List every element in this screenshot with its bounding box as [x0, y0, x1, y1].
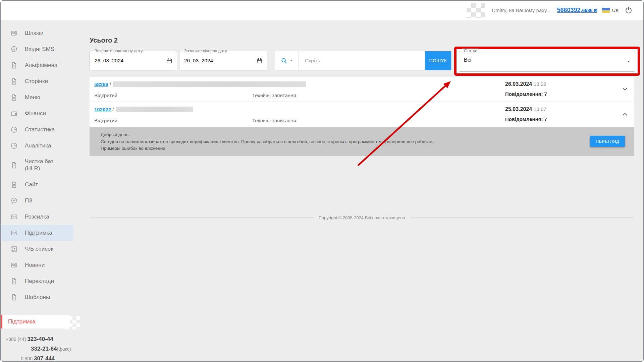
start-date-field[interactable]: Зазначте початкову дату 26. 03. 2024: [90, 51, 177, 70]
sidebar-item-site[interactable]: Сайт: [1, 177, 73, 193]
ticket-category: Технічні запитання: [252, 93, 296, 98]
search-input[interactable]: [299, 51, 425, 70]
start-date-label: Зазначте початкову дату: [93, 49, 144, 54]
end-date-field[interactable]: Зазначте кінцеву дату 26. 03. 2024: [179, 51, 267, 70]
sidebar-item-incoming-sms[interactable]: Вхідні SMS: [1, 41, 73, 57]
sidebar-item-alphanames[interactable]: Альфаімена: [1, 57, 73, 73]
support-phones: +380 (44) 323-40-44 332-21-64(факс) 0 80…: [1, 336, 73, 362]
sidebar-item-software[interactable]: ПЗ: [1, 193, 73, 209]
ticket-list: 58266 / Відкритий Технічні запитання 26.…: [90, 77, 634, 156]
newspaper-icon: [10, 261, 18, 269]
sidebar-item-finance[interactable]: Фінанси: [1, 106, 73, 122]
language-switcher[interactable]: UK: [602, 8, 619, 13]
ticket-meta: 25.03.202413:07 Повідомлення: 7: [505, 106, 547, 122]
app-window: Dmitry, на Вашому раху… 5660392,6686 ₴ U…: [0, 0, 644, 362]
logout-button[interactable]: [624, 6, 633, 15]
power-icon: [624, 6, 633, 15]
status-select[interactable]: Статус Всі: [459, 51, 635, 72]
redacted-subject: [113, 81, 306, 87]
sidebar: Шлюзи Вхідні SMS Альфаімена Сторінки Мен…: [1, 20, 73, 361]
ticket-time: 13:22: [534, 81, 546, 87]
message-download-icon: [10, 45, 18, 53]
ticket-time: 13:07: [534, 106, 546, 112]
document-icon: [10, 61, 18, 69]
newspaper-icon: [10, 29, 18, 37]
footer: Copyright © 2008-2024 Всі права захищено: [90, 215, 634, 220]
ticket-status: Відкритий: [94, 118, 117, 123]
calendar-icon[interactable]: [166, 57, 173, 64]
copyright-text: Copyright © 2008-2024 Всі права захищено: [314, 215, 410, 220]
chevron-down-icon: [621, 85, 629, 93]
envelope-icon: [10, 213, 18, 221]
ticket-message-count: Повідомлення: 7: [505, 91, 547, 97]
ticket-row[interactable]: 102022 / Відкритий Технічні запитання 25…: [90, 102, 634, 127]
ticket-meta: 26.03.202413:22 Повідомлення: 7: [505, 81, 547, 97]
document-icon: [10, 94, 18, 102]
message-download-icon: [10, 197, 18, 205]
sidebar-item-statistics[interactable]: Статистика: [1, 122, 73, 138]
balance-link[interactable]: 5660392,6686 ₴: [557, 7, 597, 14]
message-text: Добрый день.: [101, 131, 584, 138]
document-icon: [10, 181, 18, 189]
status-select-value: Всі: [459, 51, 635, 63]
pixel-pattern: [467, 3, 485, 18]
sidebar-item-support[interactable]: Підтримка: [1, 225, 73, 241]
sidebar-item-mailing[interactable]: Розсилка: [1, 209, 73, 225]
document-icon: [10, 277, 18, 285]
annotation-highlight-box: Статус Всі: [454, 47, 640, 76]
phone-line: +380 (44) 323-40-44: [1, 336, 73, 343]
contacts-icon: [10, 245, 18, 253]
search-button[interactable]: ПОШУК: [425, 51, 451, 70]
end-date-value: 26. 03. 2024: [179, 51, 267, 70]
sidebar-item-blacklist[interactable]: Ч/Б список: [1, 241, 73, 257]
page-title: Усього 2: [90, 37, 118, 44]
ticket-id-link[interactable]: 58266: [94, 81, 108, 87]
phone-line: 0 800 307-444: [1, 355, 73, 362]
language-label: UK: [612, 8, 619, 13]
calendar-icon[interactable]: [256, 57, 263, 64]
ticket-status: Відкритий: [94, 93, 117, 98]
expand-ticket-button[interactable]: [621, 85, 629, 93]
sidebar-item-pages[interactable]: Сторінки: [1, 73, 73, 89]
search-icon: [280, 57, 288, 64]
sidebar-item-analytics[interactable]: Аналітика: [1, 138, 73, 154]
sidebar-item-hlr[interactable]: Чистка баз (HLR): [1, 154, 73, 177]
ticket-date: 25.03.2024: [505, 106, 532, 112]
ticket-message-panel: Добрый день. Сегодня на наших магазинах …: [90, 127, 634, 156]
ticket-date: 26.03.2024: [505, 81, 532, 87]
ticket-row[interactable]: 58266 / Відкритий Технічні запитання 26.…: [90, 77, 634, 102]
view-button[interactable]: ПЕРЕГЛЯД: [590, 136, 625, 147]
top-bar: Dmitry, на Вашому раху… 5660392,6686 ₴ U…: [1, 1, 643, 20]
ticket-id-link[interactable]: 102022: [94, 107, 111, 112]
sidebar-item-translations[interactable]: Переклади: [1, 273, 73, 289]
support-section-badge: Підтримка: [1, 315, 70, 328]
ukraine-flag-icon: [602, 8, 610, 13]
balance-fraction: 6686 ₴: [582, 8, 597, 13]
status-label: Статус: [462, 49, 479, 54]
envelope-icon: [10, 229, 18, 237]
chevron-up-icon: [621, 111, 629, 118]
main-content: Усього 2 Зазначте початкову дату 26. 03.…: [73, 20, 643, 361]
sidebar-item-templates[interactable]: Шаблоны: [1, 289, 73, 305]
sidebar-item-gateways[interactable]: Шлюзи: [1, 25, 73, 41]
pie-chart-icon: [10, 126, 18, 134]
document-icon: [10, 161, 18, 169]
search-type-dropdown[interactable]: [275, 51, 299, 70]
start-date-value: 26. 03. 2024: [90, 51, 177, 70]
phone-line: 332-21-64(факс): [1, 346, 73, 352]
wallet-icon: [10, 110, 18, 118]
document-icon: [10, 77, 18, 85]
ticket-message-count: Повідомлення: 7: [505, 116, 547, 122]
account-balance-label: Dmitry, на Вашому раху…: [492, 7, 552, 13]
caret-down-icon: [289, 59, 293, 63]
collapse-ticket-button[interactable]: [621, 111, 629, 118]
end-date-label: Зазначте кінцеву дату: [182, 49, 229, 54]
pie-chart-icon: [10, 142, 18, 150]
message-text: Примеры ошибок во вложении: [101, 145, 584, 152]
sidebar-item-menu[interactable]: Меню: [1, 89, 73, 106]
redacted-subject: [116, 107, 193, 112]
search-group: ПОШУК: [275, 51, 451, 70]
document-icon: [10, 293, 18, 301]
sidebar-item-news[interactable]: Новини: [1, 257, 73, 273]
filter-bar: Зазначте початкову дату 26. 03. 2024 Заз…: [90, 51, 634, 70]
